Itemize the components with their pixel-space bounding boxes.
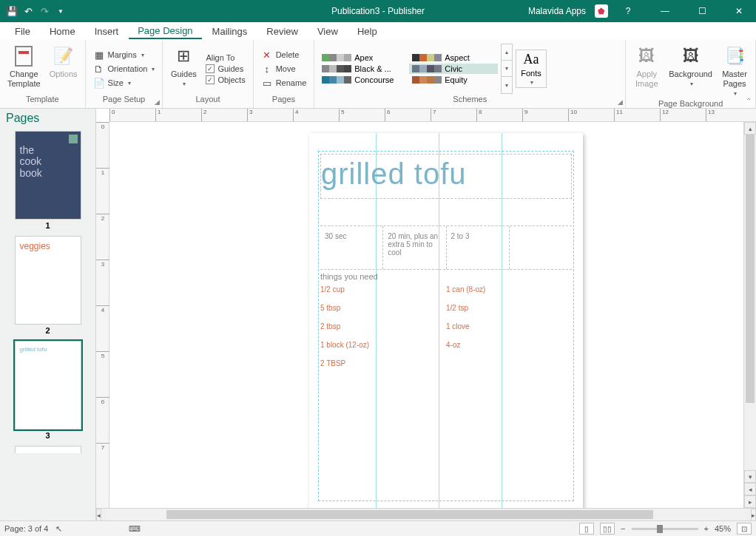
menu-mailings[interactable]: Mailings xyxy=(203,24,257,38)
background-button[interactable]: 🖼Background▾ xyxy=(666,43,715,99)
scheme-concourse[interactable]: Concourse xyxy=(319,75,408,85)
page-indicator[interactable]: Page: 3 of 4 xyxy=(4,524,48,533)
thumbnail-page-1[interactable]: thecookbook 1 xyxy=(7,131,88,230)
ingredient-item[interactable]: 1 clove xyxy=(446,322,572,330)
chevron-down-icon: ▾ xyxy=(141,52,144,58)
save-icon[interactable]: 💾 xyxy=(4,4,19,18)
thumbnail-page-4-partial[interactable] xyxy=(15,446,81,453)
qat-customize-icon[interactable]: ▼ xyxy=(53,4,68,18)
close-button[interactable]: ✕ xyxy=(722,0,756,22)
guides-checkbox[interactable]: ✓Guides xyxy=(203,64,248,74)
ingredient-item[interactable]: 1 block (12-oz) xyxy=(320,341,446,349)
master-pages-button[interactable]: 📑Master Pages▾ xyxy=(718,43,751,99)
zoom-slider[interactable] xyxy=(632,528,698,530)
schemes-scroll[interactable]: ▴▾▾ xyxy=(501,44,513,94)
maximize-button[interactable]: ☐ xyxy=(685,0,719,22)
orientation-button[interactable]: 🗋Orientation▾ xyxy=(90,62,158,75)
guides-icon: ⊞ xyxy=(172,44,195,68)
move-page-button[interactable]: ↕Move xyxy=(258,62,310,75)
zoom-level[interactable]: 45% xyxy=(715,524,731,533)
prep-time[interactable]: 30 sec xyxy=(320,226,383,269)
rename-icon: ▭ xyxy=(261,77,273,89)
single-page-view-icon[interactable]: ▯ xyxy=(579,523,594,535)
scroll-right-icon[interactable]: ▸ xyxy=(751,509,756,521)
checkbox-icon: ✓ xyxy=(206,75,215,84)
ingredient-item[interactable]: 1/2 cup xyxy=(320,285,446,294)
dialog-launcher-icon[interactable]: ◢ xyxy=(155,98,160,106)
scheme-equity[interactable]: Equity xyxy=(409,75,498,85)
ingredient-item[interactable]: 2 TBSP xyxy=(320,359,446,367)
scheme-label: Civic xyxy=(445,64,462,73)
zoom-in-icon[interactable]: + xyxy=(704,524,709,533)
scroll-left-icon[interactable]: ◂ xyxy=(96,509,101,521)
menu-review[interactable]: Review xyxy=(257,24,307,38)
ingredient-item[interactable]: 1/2 tsp xyxy=(446,304,572,312)
more-icon[interactable]: ▾ xyxy=(502,77,512,93)
scheme-black[interactable]: Black & ... xyxy=(319,64,408,74)
horizontal-scrollbar[interactable]: ◂ ▸ xyxy=(96,508,756,520)
scroll-down-icon[interactable]: ▾ xyxy=(744,470,756,483)
chevron-down-icon: ▾ xyxy=(152,66,155,72)
menu-insert[interactable]: Insert xyxy=(86,24,128,38)
zoom-out-icon[interactable]: − xyxy=(621,524,625,533)
menu-help[interactable]: Help xyxy=(348,24,386,38)
menu-page-design[interactable]: Page Design xyxy=(129,24,201,39)
ingredients-list[interactable]: 1/2 cup5 tbsp2 tbsp1 block (12-oz)2 TBSP… xyxy=(320,285,572,367)
scheme-apex[interactable]: Apex xyxy=(319,52,408,63)
scheme-aspect[interactable]: Aspect xyxy=(409,52,498,63)
vertical-scrollbar[interactable]: ▴ ▾ ◂ ▸ xyxy=(743,122,756,508)
recipe-info-row[interactable]: 30 sec 20 min, plus an extra 5 min to co… xyxy=(320,225,572,270)
redo-icon[interactable]: ↷ xyxy=(37,4,52,18)
scroll-up-icon[interactable]: ▴ xyxy=(744,122,756,135)
scheme-civic[interactable]: Civic xyxy=(409,64,498,74)
ingredient-item[interactable]: 2 tbsp xyxy=(320,322,446,330)
recipe-title[interactable]: grilled tofu xyxy=(320,154,572,199)
change-template-button[interactable]: Change Template xyxy=(4,43,44,95)
dialog-launcher-icon[interactable]: ◢ xyxy=(618,98,623,106)
objects-checkbox[interactable]: ✓Objects xyxy=(203,75,248,85)
menu-file[interactable]: File xyxy=(6,24,39,38)
fit-page-icon[interactable]: ⊡ xyxy=(737,523,752,535)
account-label[interactable]: Malavida Apps xyxy=(528,6,586,16)
group-label: Page Setup xyxy=(90,95,158,106)
guides-button[interactable]: ⊞ Guides▾ xyxy=(167,43,200,95)
vertical-ruler[interactable]: 01234567 xyxy=(96,122,109,508)
move-icon: ↕ xyxy=(261,63,273,75)
margins-button[interactable]: ▦Margins▾ xyxy=(90,48,158,61)
menu-home[interactable]: Home xyxy=(41,24,84,38)
ingredient-item[interactable]: 1 can (8-oz) xyxy=(446,285,572,294)
ribbon-group-pages: ✕Delete ↕Move ▭Rename Pages xyxy=(254,40,315,108)
thumbnail-page-2[interactable]: veggies 2 xyxy=(7,236,88,335)
scroll-thumb[interactable] xyxy=(746,135,755,403)
cook-time[interactable]: 20 min, plus an extra 5 min to cool xyxy=(383,226,446,269)
workspace[interactable]: grilled tofu 30 sec 20 min, plus an extr… xyxy=(109,122,743,508)
fonts-button[interactable]: Aa Fonts▾ xyxy=(516,50,547,88)
keyboard-icon[interactable]: ⌨ xyxy=(129,524,141,534)
prev-page-icon[interactable]: ◂ xyxy=(744,483,756,495)
scroll-thumb[interactable] xyxy=(166,510,654,519)
thumbnail-page-3[interactable]: grilled tofu 3 xyxy=(7,341,88,440)
ingredient-item[interactable]: 4-oz xyxy=(446,341,572,349)
help-icon[interactable]: ? xyxy=(611,0,645,22)
next-page-icon[interactable]: ▸ xyxy=(744,495,756,508)
page-canvas[interactable]: grilled tofu 30 sec 20 min, plus an extr… xyxy=(309,133,583,508)
horizontal-ruler[interactable]: 012345678910111213 xyxy=(109,109,756,122)
rename-page-button[interactable]: ▭Rename xyxy=(258,76,310,89)
things-you-need-label[interactable]: things you need xyxy=(320,272,378,281)
servings[interactable]: 2 to 3 xyxy=(447,226,510,269)
scheme-label: Equity xyxy=(445,75,468,84)
minimize-button[interactable]: — xyxy=(648,0,682,22)
scheme-label: Apex xyxy=(354,53,373,62)
ingredient-item[interactable]: 5 tbsp xyxy=(320,304,446,312)
chevron-up-icon[interactable]: ▴ xyxy=(502,44,512,61)
undo-icon[interactable]: ↶ xyxy=(21,4,36,18)
account-badge-icon[interactable]: ⬟ xyxy=(595,4,608,18)
delete-page-button[interactable]: ✕Delete xyxy=(258,48,310,61)
menu-view[interactable]: View xyxy=(308,24,347,38)
collapse-ribbon-icon[interactable]: ⌃ xyxy=(746,97,752,105)
size-button[interactable]: 📄Size▾ xyxy=(90,76,158,89)
group-label: Schemes xyxy=(319,95,621,106)
chevron-down-icon[interactable]: ▾ xyxy=(502,61,512,77)
scheme-label: Aspect xyxy=(445,53,470,62)
two-page-view-icon[interactable]: ▯▯ xyxy=(600,523,615,535)
